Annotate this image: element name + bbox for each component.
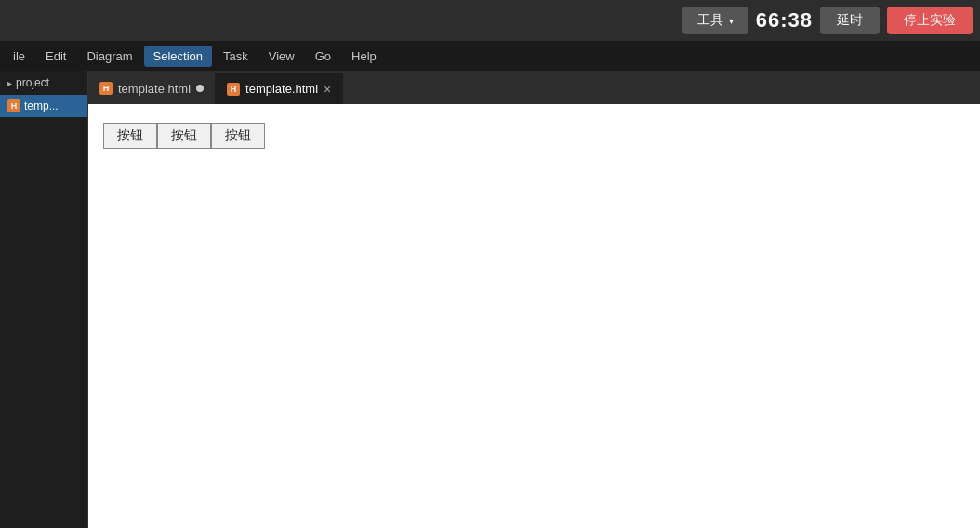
sidebar: ▸ project H temp... (0, 71, 88, 528)
project-label: project (16, 76, 49, 89)
file-icon: H (7, 99, 20, 112)
menu-item-file[interactable]: ile (4, 46, 34, 67)
main-layout: ▸ project H temp... H template.html H te… (0, 71, 980, 528)
stop-button[interactable]: 停止实验 (887, 7, 973, 34)
close-tab-icon[interactable]: × (324, 83, 331, 96)
expand-arrow-icon: ▸ (7, 78, 12, 88)
editor-area: H template.html H template.html × 按钮 按钮 … (88, 71, 980, 528)
sidebar-file-label: temp... (24, 99, 59, 112)
tab-label-1: template.html (118, 82, 191, 96)
top-bar: 工具 ▾ 66:38 延时 停止实验 (0, 0, 980, 41)
tab-template-html-1[interactable]: H template.html (88, 73, 216, 104)
preview-button-3[interactable]: 按钮 (211, 123, 265, 149)
tool-label: 工具 (697, 12, 723, 29)
delay-button[interactable]: 延时 (820, 7, 880, 34)
preview-button-2[interactable]: 按钮 (157, 123, 211, 149)
menu-item-edit[interactable]: Edit (36, 46, 75, 67)
menu-item-go[interactable]: Go (306, 46, 340, 67)
menu-item-selection[interactable]: Selection (144, 46, 212, 67)
tab-bar: H template.html H template.html × (88, 71, 980, 104)
editor-content: 按钮 按钮 按钮 (88, 104, 980, 528)
tab-label-2: template.html (245, 82, 318, 96)
tab-template-html-2[interactable]: H template.html × (216, 73, 343, 104)
timer-display: 66:38 (756, 8, 813, 33)
menu-item-task[interactable]: Task (214, 46, 258, 67)
menu-item-help[interactable]: Help (342, 46, 386, 67)
menu-item-view[interactable]: View (259, 46, 304, 67)
tab-file-icon-1: H (99, 82, 113, 95)
preview-buttons-container: 按钮 按钮 按钮 (103, 123, 965, 149)
sidebar-project[interactable]: ▸ project (0, 71, 87, 95)
menu-bar: ile Edit Diagram Selection Task View Go … (0, 41, 980, 71)
menu-item-diagram[interactable]: Diagram (77, 46, 141, 67)
tool-button[interactable]: 工具 ▾ (682, 7, 748, 34)
preview-button-1[interactable]: 按钮 (103, 123, 157, 149)
unsaved-dot (196, 85, 204, 92)
tab-file-icon-2: H (227, 83, 240, 96)
chevron-down-icon: ▾ (729, 16, 734, 26)
sidebar-file-item[interactable]: H temp... (0, 95, 87, 117)
